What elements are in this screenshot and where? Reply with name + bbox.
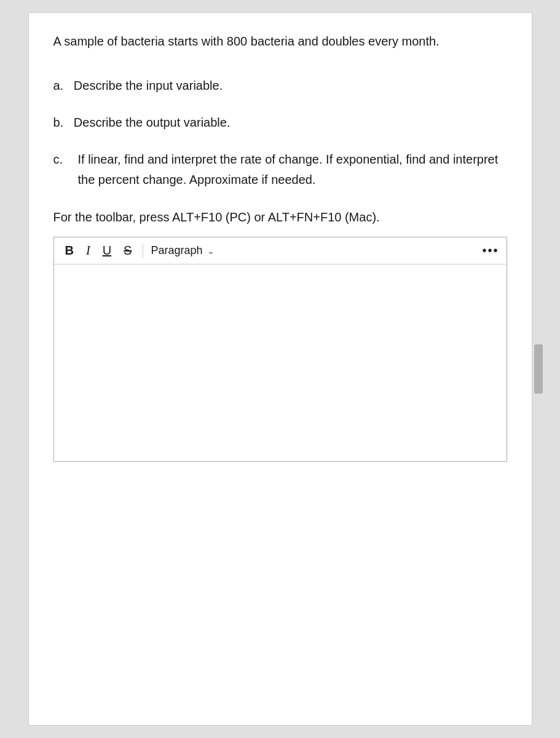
part-b-text: Describe the output variable. (74, 116, 231, 129)
content-card: A sample of bacteria starts with 800 bac… (28, 12, 532, 726)
bold-button[interactable]: B (61, 242, 77, 259)
part-a-label: a. (53, 79, 64, 92)
strikethrough-button[interactable]: S (120, 242, 135, 259)
underline-button[interactable]: U (99, 242, 115, 259)
part-c-label: c. (53, 149, 78, 190)
editor-body[interactable] (54, 264, 507, 461)
problem-intro: A sample of bacteria starts with 800 bac… (53, 31, 507, 51)
paragraph-dropdown[interactable]: Paragraph ⌄ (151, 244, 215, 257)
part-b: b. Describe the output variable. (53, 113, 507, 132)
toolbar-divider (143, 244, 143, 258)
more-options-button[interactable]: ••• (482, 244, 499, 258)
toolbar-hint: For the toolbar, press ALT+F10 (PC) or A… (53, 207, 507, 227)
scrollbar-indicator[interactable] (534, 344, 543, 394)
part-a: a. Describe the input variable. (53, 76, 507, 95)
paragraph-label: Paragraph (151, 244, 202, 257)
part-b-label: b. (53, 116, 64, 129)
editor-area: B I U S Paragraph ⌄ ••• (53, 237, 507, 462)
part-a-text: Describe the input variable. (74, 79, 223, 92)
italic-button[interactable]: I (82, 242, 94, 259)
editor-toolbar: B I U S Paragraph ⌄ ••• (54, 237, 507, 264)
page-container: A sample of bacteria starts with 800 bac… (0, 0, 560, 738)
chevron-down-icon: ⌄ (207, 246, 215, 256)
part-c: c. If linear, find and interpret the rat… (53, 149, 507, 190)
part-c-text: If linear, find and interpret the rate o… (78, 149, 507, 190)
